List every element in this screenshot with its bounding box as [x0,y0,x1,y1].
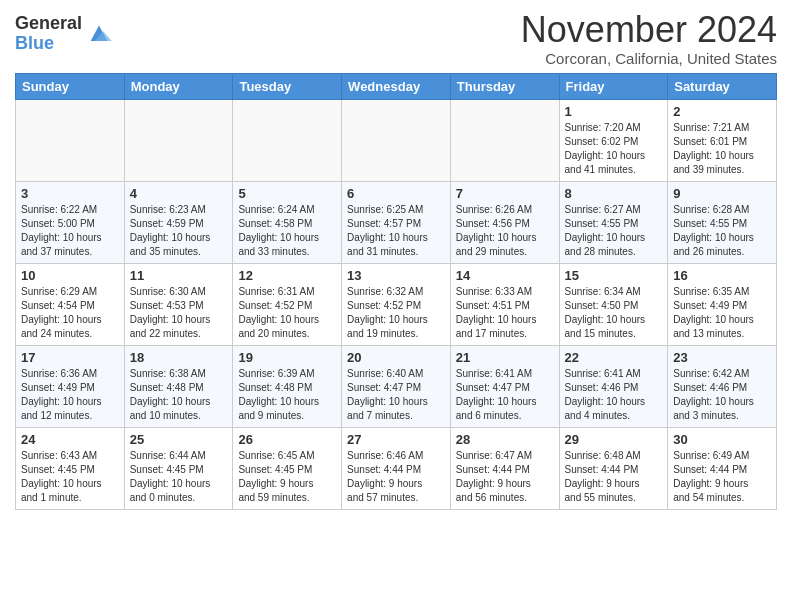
calendar-cell: 8Sunrise: 6:27 AM Sunset: 4:55 PM Daylig… [559,181,668,263]
month-title: November 2024 [521,10,777,50]
day-number: 8 [565,186,663,201]
day-info: Sunrise: 6:38 AM Sunset: 4:48 PM Dayligh… [130,367,228,423]
day-number: 16 [673,268,771,283]
day-info: Sunrise: 6:32 AM Sunset: 4:52 PM Dayligh… [347,285,445,341]
day-number: 26 [238,432,336,447]
day-number: 28 [456,432,554,447]
day-number: 18 [130,350,228,365]
calendar-cell: 9Sunrise: 6:28 AM Sunset: 4:55 PM Daylig… [668,181,777,263]
calendar-week-2: 3Sunrise: 6:22 AM Sunset: 5:00 PM Daylig… [16,181,777,263]
day-number: 30 [673,432,771,447]
calendar-week-5: 24Sunrise: 6:43 AM Sunset: 4:45 PM Dayli… [16,427,777,509]
calendar-cell [16,99,125,181]
day-info: Sunrise: 6:45 AM Sunset: 4:45 PM Dayligh… [238,449,336,505]
calendar-cell: 2Sunrise: 7:21 AM Sunset: 6:01 PM Daylig… [668,99,777,181]
calendar-cell: 6Sunrise: 6:25 AM Sunset: 4:57 PM Daylig… [342,181,451,263]
calendar-cell [233,99,342,181]
day-info: Sunrise: 6:24 AM Sunset: 4:58 PM Dayligh… [238,203,336,259]
calendar-cell [342,99,451,181]
logo-icon [85,20,113,48]
calendar-cell: 1Sunrise: 7:20 AM Sunset: 6:02 PM Daylig… [559,99,668,181]
header: General Blue November 2024 Corcoran, Cal… [15,10,777,67]
calendar-cell [124,99,233,181]
logo-general-text: General [15,14,82,34]
calendar-cell: 16Sunrise: 6:35 AM Sunset: 4:49 PM Dayli… [668,263,777,345]
calendar-cell: 13Sunrise: 6:32 AM Sunset: 4:52 PM Dayli… [342,263,451,345]
calendar-container: General Blue November 2024 Corcoran, Cal… [0,0,792,612]
day-number: 5 [238,186,336,201]
calendar-cell: 14Sunrise: 6:33 AM Sunset: 4:51 PM Dayli… [450,263,559,345]
calendar-cell: 28Sunrise: 6:47 AM Sunset: 4:44 PM Dayli… [450,427,559,509]
day-info: Sunrise: 6:42 AM Sunset: 4:46 PM Dayligh… [673,367,771,423]
calendar-cell: 22Sunrise: 6:41 AM Sunset: 4:46 PM Dayli… [559,345,668,427]
calendar-week-3: 10Sunrise: 6:29 AM Sunset: 4:54 PM Dayli… [16,263,777,345]
day-info: Sunrise: 6:40 AM Sunset: 4:47 PM Dayligh… [347,367,445,423]
day-info: Sunrise: 6:23 AM Sunset: 4:59 PM Dayligh… [130,203,228,259]
day-info: Sunrise: 7:20 AM Sunset: 6:02 PM Dayligh… [565,121,663,177]
calendar-table: SundayMondayTuesdayWednesdayThursdayFrid… [15,73,777,510]
day-info: Sunrise: 6:22 AM Sunset: 5:00 PM Dayligh… [21,203,119,259]
day-number: 6 [347,186,445,201]
day-number: 25 [130,432,228,447]
day-info: Sunrise: 6:31 AM Sunset: 4:52 PM Dayligh… [238,285,336,341]
day-info: Sunrise: 6:25 AM Sunset: 4:57 PM Dayligh… [347,203,445,259]
calendar-cell: 18Sunrise: 6:38 AM Sunset: 4:48 PM Dayli… [124,345,233,427]
calendar-cell: 11Sunrise: 6:30 AM Sunset: 4:53 PM Dayli… [124,263,233,345]
day-info: Sunrise: 7:21 AM Sunset: 6:01 PM Dayligh… [673,121,771,177]
day-info: Sunrise: 6:39 AM Sunset: 4:48 PM Dayligh… [238,367,336,423]
column-header-friday: Friday [559,73,668,99]
logo: General Blue [15,14,113,54]
calendar-cell: 7Sunrise: 6:26 AM Sunset: 4:56 PM Daylig… [450,181,559,263]
day-number: 15 [565,268,663,283]
day-info: Sunrise: 6:29 AM Sunset: 4:54 PM Dayligh… [21,285,119,341]
day-info: Sunrise: 6:33 AM Sunset: 4:51 PM Dayligh… [456,285,554,341]
title-block: November 2024 Corcoran, California, Unit… [521,10,777,67]
day-number: 10 [21,268,119,283]
day-info: Sunrise: 6:41 AM Sunset: 4:46 PM Dayligh… [565,367,663,423]
day-info: Sunrise: 6:36 AM Sunset: 4:49 PM Dayligh… [21,367,119,423]
calendar-header-row: SundayMondayTuesdayWednesdayThursdayFrid… [16,73,777,99]
calendar-cell: 12Sunrise: 6:31 AM Sunset: 4:52 PM Dayli… [233,263,342,345]
location: Corcoran, California, United States [521,50,777,67]
day-number: 23 [673,350,771,365]
column-header-monday: Monday [124,73,233,99]
day-number: 21 [456,350,554,365]
calendar-cell: 5Sunrise: 6:24 AM Sunset: 4:58 PM Daylig… [233,181,342,263]
day-number: 14 [456,268,554,283]
day-info: Sunrise: 6:35 AM Sunset: 4:49 PM Dayligh… [673,285,771,341]
day-number: 17 [21,350,119,365]
day-info: Sunrise: 6:44 AM Sunset: 4:45 PM Dayligh… [130,449,228,505]
day-number: 3 [21,186,119,201]
calendar-cell: 24Sunrise: 6:43 AM Sunset: 4:45 PM Dayli… [16,427,125,509]
day-number: 22 [565,350,663,365]
day-info: Sunrise: 6:30 AM Sunset: 4:53 PM Dayligh… [130,285,228,341]
day-info: Sunrise: 6:41 AM Sunset: 4:47 PM Dayligh… [456,367,554,423]
day-info: Sunrise: 6:49 AM Sunset: 4:44 PM Dayligh… [673,449,771,505]
calendar-cell: 17Sunrise: 6:36 AM Sunset: 4:49 PM Dayli… [16,345,125,427]
column-header-wednesday: Wednesday [342,73,451,99]
calendar-cell: 27Sunrise: 6:46 AM Sunset: 4:44 PM Dayli… [342,427,451,509]
logo-blue-text: Blue [15,34,82,54]
calendar-cell: 20Sunrise: 6:40 AM Sunset: 4:47 PM Dayli… [342,345,451,427]
day-number: 13 [347,268,445,283]
day-info: Sunrise: 6:28 AM Sunset: 4:55 PM Dayligh… [673,203,771,259]
day-number: 7 [456,186,554,201]
calendar-cell: 15Sunrise: 6:34 AM Sunset: 4:50 PM Dayli… [559,263,668,345]
day-info: Sunrise: 6:27 AM Sunset: 4:55 PM Dayligh… [565,203,663,259]
column-header-saturday: Saturday [668,73,777,99]
day-number: 1 [565,104,663,119]
day-info: Sunrise: 6:43 AM Sunset: 4:45 PM Dayligh… [21,449,119,505]
column-header-thursday: Thursday [450,73,559,99]
calendar-cell: 30Sunrise: 6:49 AM Sunset: 4:44 PM Dayli… [668,427,777,509]
day-number: 27 [347,432,445,447]
calendar-cell: 29Sunrise: 6:48 AM Sunset: 4:44 PM Dayli… [559,427,668,509]
calendar-cell: 23Sunrise: 6:42 AM Sunset: 4:46 PM Dayli… [668,345,777,427]
calendar-cell: 26Sunrise: 6:45 AM Sunset: 4:45 PM Dayli… [233,427,342,509]
calendar-cell: 25Sunrise: 6:44 AM Sunset: 4:45 PM Dayli… [124,427,233,509]
day-info: Sunrise: 6:48 AM Sunset: 4:44 PM Dayligh… [565,449,663,505]
column-header-tuesday: Tuesday [233,73,342,99]
day-number: 4 [130,186,228,201]
calendar-cell [450,99,559,181]
day-number: 20 [347,350,445,365]
day-info: Sunrise: 6:34 AM Sunset: 4:50 PM Dayligh… [565,285,663,341]
